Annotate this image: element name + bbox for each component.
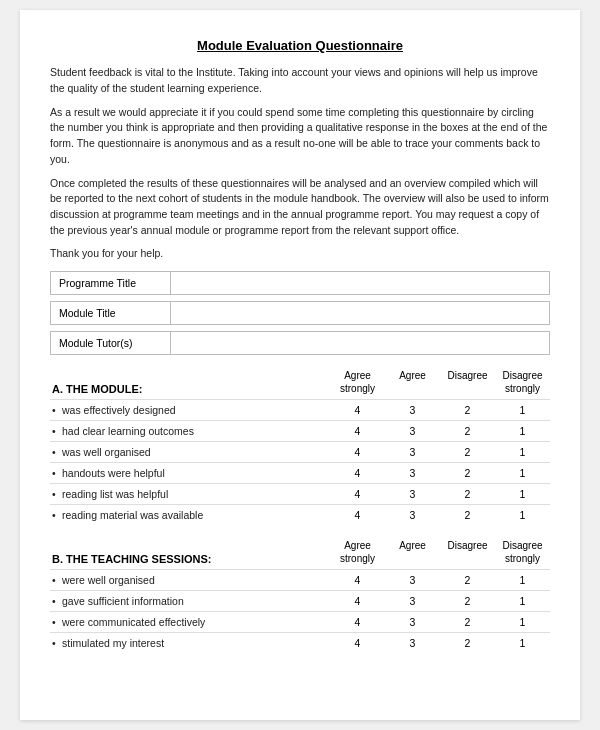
intro-para-2: As a result we would appreciate it if yo… (50, 105, 550, 168)
field-label-1: Module Title (51, 301, 171, 324)
question-text-B-1: gave sufficient information (50, 595, 330, 607)
rating-val-B-0-1[interactable]: 3 (385, 574, 440, 586)
rating-val-A-4-3[interactable]: 1 (495, 488, 550, 500)
rating-header-A-3: Disagree strongly (495, 369, 550, 395)
question-row-A-0: was effectively designed4321 (50, 399, 550, 420)
rating-val-A-0-2[interactable]: 2 (440, 404, 495, 416)
rating-val-B-3-2[interactable]: 2 (440, 637, 495, 649)
page-title: Module Evaluation Questionnaire (50, 38, 550, 53)
rating-values-A-3: 4321 (330, 467, 550, 479)
fields-container: Programme TitleModule TitleModule Tutor(… (50, 271, 550, 355)
section-title-A: A. THE MODULE: (50, 383, 330, 395)
rating-val-A-5-0[interactable]: 4 (330, 509, 385, 521)
rating-val-A-1-2[interactable]: 2 (440, 425, 495, 437)
question-text-A-1: had clear learning outcomes (50, 425, 330, 437)
rating-val-A-4-2[interactable]: 2 (440, 488, 495, 500)
question-row-A-3: handouts were helpful4321 (50, 462, 550, 483)
rating-val-A-3-0[interactable]: 4 (330, 467, 385, 479)
rating-val-B-3-3[interactable]: 1 (495, 637, 550, 649)
rating-val-A-2-2[interactable]: 2 (440, 446, 495, 458)
field-table-1: Module Title (50, 301, 550, 325)
rating-val-A-4-1[interactable]: 3 (385, 488, 440, 500)
question-row-A-4: reading list was helpful4321 (50, 483, 550, 504)
field-label-2: Module Tutor(s) (51, 331, 171, 354)
page: Module Evaluation Questionnaire Student … (20, 10, 580, 720)
rating-val-B-2-0[interactable]: 4 (330, 616, 385, 628)
rating-val-A-3-1[interactable]: 3 (385, 467, 440, 479)
question-text-A-4: reading list was helpful (50, 488, 330, 500)
rating-val-B-0-3[interactable]: 1 (495, 574, 550, 586)
rating-values-A-4: 4321 (330, 488, 550, 500)
rating-val-B-1-3[interactable]: 1 (495, 595, 550, 607)
rating-values-B-0: 4321 (330, 574, 550, 586)
rating-val-A-1-3[interactable]: 1 (495, 425, 550, 437)
rating-header-B-1: Agree (385, 539, 440, 565)
field-table-2: Module Tutor(s) (50, 331, 550, 355)
rating-val-A-0-1[interactable]: 3 (385, 404, 440, 416)
rating-val-A-1-0[interactable]: 4 (330, 425, 385, 437)
field-table-0: Programme Title (50, 271, 550, 295)
question-text-A-2: was well organised (50, 446, 330, 458)
rating-val-A-2-3[interactable]: 1 (495, 446, 550, 458)
question-row-A-5: reading material was available4321 (50, 504, 550, 525)
rating-values-B-1: 4321 (330, 595, 550, 607)
rating-val-B-1-0[interactable]: 4 (330, 595, 385, 607)
rating-val-A-3-2[interactable]: 2 (440, 467, 495, 479)
rating-values-B-2: 4321 (330, 616, 550, 628)
question-text-A-0: was effectively designed (50, 404, 330, 416)
rating-values-A-2: 4321 (330, 446, 550, 458)
rating-val-B-2-1[interactable]: 3 (385, 616, 440, 628)
rating-val-A-5-3[interactable]: 1 (495, 509, 550, 521)
rating-header-B-3: Disagree strongly (495, 539, 550, 565)
rating-val-A-5-1[interactable]: 3 (385, 509, 440, 521)
rating-val-B-0-0[interactable]: 4 (330, 574, 385, 586)
question-row-B-0: were well organised4321 (50, 569, 550, 590)
rating-val-A-4-0[interactable]: 4 (330, 488, 385, 500)
rating-val-A-0-0[interactable]: 4 (330, 404, 385, 416)
rating-values-A-1: 4321 (330, 425, 550, 437)
sections-container: A. THE MODULE:Agree stronglyAgreeDisagre… (50, 369, 550, 653)
question-text-B-0: were well organised (50, 574, 330, 586)
rating-values-B-3: 4321 (330, 637, 550, 649)
section-header-B: B. THE TEACHING SESSIONS:Agree stronglyA… (50, 539, 550, 567)
rating-val-B-2-2[interactable]: 2 (440, 616, 495, 628)
rating-header-A-2: Disagree (440, 369, 495, 395)
rating-val-B-3-1[interactable]: 3 (385, 637, 440, 649)
rating-val-A-3-3[interactable]: 1 (495, 467, 550, 479)
section-header-A: A. THE MODULE:Agree stronglyAgreeDisagre… (50, 369, 550, 397)
rating-header-A-1: Agree (385, 369, 440, 395)
rating-val-A-2-1[interactable]: 3 (385, 446, 440, 458)
question-row-B-1: gave sufficient information4321 (50, 590, 550, 611)
question-row-B-3: stimulated my interest4321 (50, 632, 550, 653)
question-row-B-2: were communicated effectively4321 (50, 611, 550, 632)
field-label-0: Programme Title (51, 271, 171, 294)
rating-val-B-3-0[interactable]: 4 (330, 637, 385, 649)
rating-val-B-1-2[interactable]: 2 (440, 595, 495, 607)
field-value-2[interactable] (171, 331, 550, 354)
rating-val-B-1-1[interactable]: 3 (385, 595, 440, 607)
rating-val-B-0-2[interactable]: 2 (440, 574, 495, 586)
rating-val-A-0-3[interactable]: 1 (495, 404, 550, 416)
rating-values-A-0: 4321 (330, 404, 550, 416)
rating-val-B-2-3[interactable]: 1 (495, 616, 550, 628)
rating-header-A-0: Agree strongly (330, 369, 385, 395)
section-title-B: B. THE TEACHING SESSIONS: (50, 553, 330, 565)
rating-val-A-2-0[interactable]: 4 (330, 446, 385, 458)
thank-you-text: Thank you for your help. (50, 247, 550, 259)
field-value-1[interactable] (171, 301, 550, 324)
question-text-A-5: reading material was available (50, 509, 330, 521)
question-text-B-2: were communicated effectively (50, 616, 330, 628)
intro-para-3: Once completed the results of these ques… (50, 176, 550, 239)
question-text-B-3: stimulated my interest (50, 637, 330, 649)
rating-headers-B: Agree stronglyAgreeDisagreeDisagree stro… (330, 539, 550, 565)
rating-headers-A: Agree stronglyAgreeDisagreeDisagree stro… (330, 369, 550, 395)
rating-header-B-0: Agree strongly (330, 539, 385, 565)
rating-val-A-5-2[interactable]: 2 (440, 509, 495, 521)
rating-values-A-5: 4321 (330, 509, 550, 521)
question-row-A-2: was well organised4321 (50, 441, 550, 462)
field-value-0[interactable] (171, 271, 550, 294)
rating-header-B-2: Disagree (440, 539, 495, 565)
question-row-A-1: had clear learning outcomes4321 (50, 420, 550, 441)
question-text-A-3: handouts were helpful (50, 467, 330, 479)
rating-val-A-1-1[interactable]: 3 (385, 425, 440, 437)
